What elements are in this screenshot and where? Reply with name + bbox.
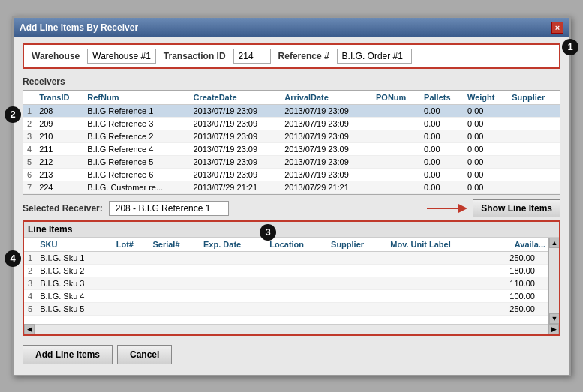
supplier-cell <box>327 251 386 264</box>
weight-cell: 0.00 <box>464 168 508 181</box>
refnum-cell: B.I.G Reference 2 <box>83 130 189 142</box>
sku-cell: B.I.G. Sku 4 <box>36 289 113 302</box>
exp-cell <box>200 302 266 315</box>
supplier-cell <box>508 181 560 193</box>
table-row[interactable]: 2 209 B.I.G Reference 3 2013/07/19 23:09… <box>23 117 560 130</box>
arrivaldate-cell: 2013/07/19 23:09 <box>281 104 372 117</box>
weight-cell: 0.00 <box>464 104 508 117</box>
scroll-h-track <box>35 325 548 334</box>
sku-cell: B.I.G. Sku 5 <box>36 302 113 315</box>
line-items-table: SKU Lot# Serial# Exp. Date Location Supp… <box>24 238 548 316</box>
pallets-cell: 0.00 <box>420 142 464 155</box>
receivers-section: Receivers TransID RefNum CreateDate Arri… <box>23 76 560 195</box>
vertical-scrollbar[interactable]: ▲ ▼ <box>548 238 559 324</box>
scroll-right-button[interactable]: ▶ <box>548 324 559 334</box>
annotation-2: 2 <box>5 106 21 123</box>
scroll-down-button[interactable]: ▼ <box>549 313 559 324</box>
createdate-cell: 2013/07/19 23:09 <box>189 104 281 117</box>
reference-label: Reference # <box>278 51 329 61</box>
pallets-cell: 0.00 <box>420 181 464 193</box>
refnum-cell: B.I.G Reference 4 <box>83 142 189 155</box>
receivers-table-wrap: TransID RefNum CreateDate ArrivalDate PO… <box>23 90 560 195</box>
createdate-cell: 2013/07/19 23:09 <box>189 142 281 155</box>
supplier-cell <box>508 117 560 130</box>
exp-cell <box>200 289 266 302</box>
ponum-cell <box>372 130 420 142</box>
ponum-cell <box>372 142 420 155</box>
weight-cell: 0.00 <box>464 181 508 193</box>
pallets-cell: 0.00 <box>420 104 464 117</box>
transid-cell: 224 <box>35 181 83 193</box>
col-header-pallets: Pallets <box>420 91 464 105</box>
list-item[interactable]: 4 B.I.G. Sku 4 100.00 <box>24 289 548 302</box>
table-row[interactable]: 7 224 B.I.G. Customer re... 2013/07/29 2… <box>23 181 560 193</box>
scroll-left-button[interactable]: ◀ <box>24 324 35 334</box>
createdate-cell: 2013/07/19 23:09 <box>189 168 281 181</box>
exp-cell <box>200 264 266 277</box>
serial-cell <box>149 277 200 289</box>
list-item[interactable]: 3 B.I.G. Sku 3 110.00 <box>24 277 548 289</box>
li-col-location: Location <box>266 238 327 252</box>
weight-cell: 0.00 <box>464 155 508 168</box>
table-row[interactable]: 5 212 B.I.G Reference 5 2013/07/19 23:09… <box>23 155 560 168</box>
ponum-cell <box>372 117 420 130</box>
list-item[interactable]: 1 B.I.G. Sku 1 250.00 <box>24 251 548 264</box>
supplier-cell <box>508 130 560 142</box>
horizontal-scrollbar[interactable]: ◀ ▶ <box>24 324 559 334</box>
exp-cell <box>200 251 266 264</box>
close-button[interactable]: × <box>551 22 563 34</box>
receivers-label: Receivers <box>23 76 560 87</box>
createdate-cell: 2013/07/19 23:09 <box>189 130 281 142</box>
col-header-weight: Weight <box>464 91 508 105</box>
serial-cell <box>149 264 200 277</box>
line-items-header: Line Items <box>24 222 559 238</box>
ponum-cell <box>372 181 420 193</box>
dialog-titlebar: Add Line Items By Receiver × <box>14 18 569 37</box>
location-cell <box>266 251 327 264</box>
table-row[interactable]: 1 208 B.I.G Reference 1 2013/07/19 23:09… <box>23 104 560 117</box>
transaction-label: Transaction ID <box>164 51 226 61</box>
li-col-exp: Exp. Date <box>200 238 266 252</box>
sku-cell: B.I.G. Sku 3 <box>36 277 113 289</box>
location-cell <box>266 264 327 277</box>
refnum-cell: B.I.G. Customer re... <box>83 181 189 193</box>
selected-label: Selected Receiver: <box>23 203 103 214</box>
supplier-cell <box>508 142 560 155</box>
table-row[interactable]: 6 213 B.I.G Reference 6 2013/07/19 23:09… <box>23 168 560 181</box>
warehouse-value: Warehouse #1 <box>87 49 156 64</box>
location-cell <box>266 302 327 315</box>
warehouse-label: Warehouse <box>32 51 80 61</box>
mov-cell <box>386 251 486 264</box>
col-header-supplier: Supplier <box>508 91 560 105</box>
mov-cell <box>386 277 486 289</box>
supplier-cell <box>327 302 386 315</box>
arrivaldate-cell: 2013/07/29 21:21 <box>281 181 372 193</box>
li-row-num: 5 <box>24 302 36 315</box>
list-item[interactable]: 2 B.I.G. Sku 2 180.00 <box>24 264 548 277</box>
show-line-items-button[interactable]: Show Line Items <box>473 199 560 217</box>
cancel-button[interactable]: Cancel <box>117 345 172 364</box>
annotation-1: 1 <box>562 39 578 55</box>
info-bar: Warehouse Warehouse #1 Transaction ID 21… <box>23 43 560 69</box>
dialog: 1 2 3 4 Add Line Items By Receiver × War… <box>12 16 571 376</box>
transid-cell: 209 <box>35 117 83 130</box>
row-num: 7 <box>23 181 35 193</box>
supplier-cell <box>327 289 386 302</box>
receivers-table: TransID RefNum CreateDate ArrivalDate PO… <box>23 91 560 194</box>
table-row[interactable]: 4 211 B.I.G Reference 4 2013/07/19 23:09… <box>23 142 560 155</box>
lot-cell <box>113 302 149 315</box>
scroll-up-button[interactable]: ▲ <box>549 238 559 248</box>
arrow-annotation-3 <box>427 202 468 215</box>
annotation-3: 3 <box>260 224 276 241</box>
list-item[interactable]: 5 B.I.G. Sku 5 250.00 <box>24 302 548 315</box>
transid-cell: 212 <box>35 155 83 168</box>
line-items-section: Line Items SKU Lot# Serial# Exp. Date Lo… <box>23 220 560 336</box>
table-row[interactable]: 3 210 B.I.G Reference 2 2013/07/19 23:09… <box>23 130 560 142</box>
scroll-track <box>549 248 559 313</box>
createdate-cell: 2013/07/19 23:09 <box>189 155 281 168</box>
serial-cell <box>149 302 200 315</box>
transid-cell: 208 <box>35 104 83 117</box>
transid-cell: 210 <box>35 130 83 142</box>
arrivaldate-cell: 2013/07/19 23:09 <box>281 155 372 168</box>
add-line-items-button[interactable]: Add Line Items <box>23 345 113 364</box>
